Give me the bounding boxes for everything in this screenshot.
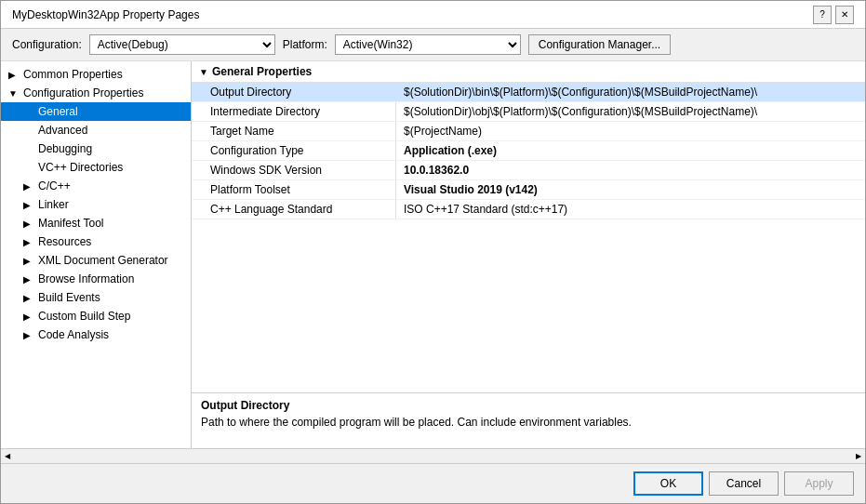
main-content: ▶Common Properties▼Configuration Propert… — [1, 61, 865, 448]
tree-expand-arrow[interactable]: ▶ — [23, 181, 38, 192]
tree-item-label: Debugging — [38, 142, 92, 155]
prop-value-platform-toolset: Visual Studio 2019 (v142) — [396, 180, 865, 199]
prop-row-windows-sdk-version[interactable]: Windows SDK Version10.0.18362.0 — [192, 161, 865, 180]
title-bar-buttons: ? ✕ — [813, 6, 854, 24]
tree-item-cpp[interactable]: ▶C/C++ — [1, 177, 191, 195]
prop-name-windows-sdk-version: Windows SDK Version — [192, 161, 396, 179]
prop-row-intermediate-directory[interactable]: Intermediate Directory$(SolutionDir)\obj… — [192, 102, 865, 122]
section-header: ▼ General Properties — [192, 61, 865, 83]
tree-expand-arrow[interactable]: ▶ — [23, 256, 38, 266]
tree-expand-arrow[interactable]: ▼ — [8, 88, 23, 99]
tree-item-debugging[interactable]: Debugging — [1, 139, 191, 158]
left-panel: ▶Common Properties▼Configuration Propert… — [1, 61, 192, 448]
tree-item-label: VC++ Directories — [38, 161, 123, 174]
tree-item-vcpp-directories[interactable]: VC++ Directories — [1, 158, 191, 177]
tree-expand-arrow[interactable]: ▶ — [8, 70, 23, 80]
tree-item-custom-build-step[interactable]: ▶Custom Build Step — [1, 307, 191, 325]
tree-expand-arrow[interactable]: ▶ — [23, 200, 38, 210]
tree-item-label: Resources — [38, 235, 91, 248]
tree-item-label: General — [38, 105, 78, 118]
prop-name-configuration-type: Configuration Type — [192, 141, 396, 160]
tree-item-label: Configuration Properties — [23, 86, 143, 99]
tree-expand-arrow[interactable]: ▶ — [23, 274, 38, 285]
prop-value-intermediate-directory: $(SolutionDir)\obj\$(Platform)\$(Configu… — [396, 102, 865, 121]
tree-expand-arrow[interactable]: ▶ — [23, 293, 38, 303]
prop-value-cpp-language-standard: ISO C++17 Standard (std:c++17) — [396, 200, 865, 219]
tree-item-label: Code Analysis — [38, 328, 109, 341]
prop-row-platform-toolset[interactable]: Platform ToolsetVisual Studio 2019 (v142… — [192, 180, 865, 200]
tree-expand-arrow[interactable]: ▶ — [23, 312, 38, 322]
tree-item-advanced[interactable]: Advanced — [1, 121, 191, 139]
configuration-label: Configuration: — [12, 38, 82, 51]
tree-item-linker[interactable]: ▶Linker — [1, 195, 191, 214]
tree-item-manifest-tool[interactable]: ▶Manifest Tool — [1, 214, 191, 232]
ok-button[interactable]: OK — [633, 471, 703, 496]
tree-item-label: Build Events — [38, 291, 100, 304]
tree-item-label: C/C++ — [38, 179, 71, 192]
tree-item-label: Browse Information — [38, 272, 134, 285]
properties-table: Output Directory$(SolutionDir)\bin\$(Pla… — [192, 83, 865, 219]
prop-name-output-directory: Output Directory — [192, 83, 396, 101]
title-bar: MyDesktopWin32App Property Pages ? ✕ — [1, 1, 865, 29]
prop-name-cpp-language-standard: C++ Language Standard — [192, 200, 396, 219]
tree-item-browse-information[interactable]: ▶Browse Information — [1, 270, 191, 288]
tree-item-general[interactable]: General — [1, 102, 191, 121]
platform-select[interactable]: Active(Win32) — [335, 34, 521, 55]
tree-item-code-analysis[interactable]: ▶Code Analysis — [1, 325, 191, 344]
tree-item-resources[interactable]: ▶Resources — [1, 232, 191, 251]
tree-item-label: Advanced — [38, 124, 87, 137]
properties-area: ▼ General Properties Output Directory$(S… — [192, 61, 865, 392]
info-description: Path to where the compiled program will … — [201, 416, 856, 429]
configuration-manager-button[interactable]: Configuration Manager... — [528, 34, 671, 55]
prop-value-target-name: $(ProjectName) — [396, 122, 865, 140]
prop-row-cpp-language-standard[interactable]: C++ Language StandardISO C++17 Standard … — [192, 200, 865, 219]
tree-item-label: Linker — [38, 198, 69, 211]
tree-item-label: Manifest Tool — [38, 217, 103, 230]
scroll-left-arrow[interactable]: ◀ — [5, 452, 10, 460]
platform-label: Platform: — [283, 38, 327, 51]
info-title: Output Directory — [201, 399, 856, 412]
tree-item-common-properties[interactable]: ▶Common Properties — [1, 65, 191, 84]
tree-item-label: Custom Build Step — [38, 310, 130, 323]
tree-item-build-events[interactable]: ▶Build Events — [1, 288, 191, 307]
prop-value-configuration-type: Application (.exe) — [396, 141, 865, 160]
help-button[interactable]: ? — [813, 6, 832, 24]
section-header-label: General Properties — [212, 65, 312, 78]
apply-button[interactable]: Apply — [784, 471, 854, 496]
prop-value-windows-sdk-version: 10.0.18362.0 — [396, 161, 865, 179]
prop-row-target-name[interactable]: Target Name$(ProjectName) — [192, 122, 865, 141]
section-collapse-arrow[interactable]: ▼ — [199, 67, 208, 77]
scroll-right-arrow[interactable]: ▶ — [856, 452, 861, 460]
tree-item-label: Common Properties — [23, 68, 123, 81]
bottom-buttons: OK Cancel Apply — [1, 463, 865, 503]
dialog-title: MyDesktopWin32App Property Pages — [12, 8, 199, 21]
tree-item-label: XML Document Generator — [38, 254, 168, 267]
cancel-button[interactable]: Cancel — [709, 471, 779, 496]
prop-value-output-directory: $(SolutionDir)\bin\$(Platform)\$(Configu… — [396, 83, 865, 101]
prop-name-platform-toolset: Platform Toolset — [192, 180, 396, 199]
info-panel: Output Directory Path to where the compi… — [192, 392, 865, 448]
tree-expand-arrow[interactable]: ▶ — [23, 219, 38, 229]
config-row: Configuration: Active(Debug) Platform: A… — [1, 29, 865, 61]
tree-expand-arrow[interactable]: ▶ — [23, 330, 38, 340]
tree-item-configuration-properties[interactable]: ▼Configuration Properties — [1, 84, 191, 102]
tree-expand-arrow[interactable]: ▶ — [23, 237, 38, 247]
prop-name-target-name: Target Name — [192, 122, 396, 140]
prop-row-configuration-type[interactable]: Configuration TypeApplication (.exe) — [192, 141, 865, 161]
right-panel: ▼ General Properties Output Directory$(S… — [192, 61, 865, 448]
prop-row-output-directory[interactable]: Output Directory$(SolutionDir)\bin\$(Pla… — [192, 83, 865, 102]
close-button[interactable]: ✕ — [835, 6, 854, 24]
tree-item-xml-document-generator[interactable]: ▶XML Document Generator — [1, 251, 191, 270]
configuration-select[interactable]: Active(Debug) — [89, 34, 275, 55]
property-pages-dialog: MyDesktopWin32App Property Pages ? ✕ Con… — [0, 0, 866, 504]
scrollbar-row: ◀ ▶ — [1, 448, 865, 463]
prop-name-intermediate-directory: Intermediate Directory — [192, 102, 396, 121]
